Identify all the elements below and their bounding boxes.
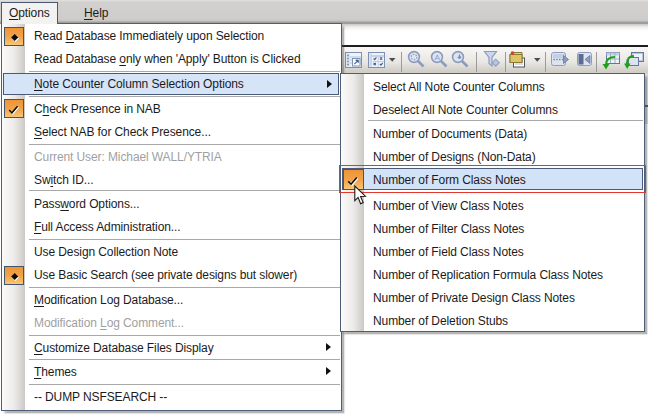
svg-text:A: A: [434, 53, 440, 62]
